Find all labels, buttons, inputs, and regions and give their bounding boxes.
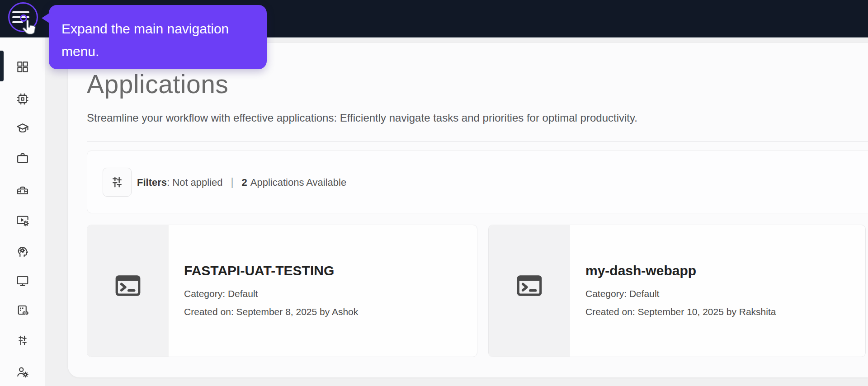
filters-label: Filters [137, 177, 167, 188]
sidebar-item-grid[interactable] [16, 60, 29, 74]
card-link-icon [16, 304, 29, 317]
app-name: my-dash-webapp [585, 263, 696, 278]
user-gear-icon [16, 365, 29, 379]
coachmark-tooltip: Expand the main navigation menu. [49, 5, 267, 69]
psychology-icon [16, 245, 29, 258]
sidebar-item-video-settings[interactable] [16, 213, 29, 227]
filters-bar: Filters: Not applied | 2 Applications Av… [87, 151, 868, 213]
active-item-indicator [0, 51, 4, 81]
page-title: Applications [87, 69, 228, 99]
sidebar-item-sliders[interactable] [16, 334, 29, 347]
filter-sliders-icon[interactable] [103, 168, 132, 197]
page-subtitle: Streamline your workflow with effective … [87, 112, 637, 124]
filters-separator: | [231, 176, 234, 188]
sidebar-item-user-gear[interactable] [16, 365, 29, 379]
app-icon-panel [489, 225, 570, 357]
app-name: FASTAPI-UAT-TESTING [184, 263, 334, 278]
sidebar-item-chip[interactable] [16, 92, 29, 106]
terminal-icon [514, 271, 544, 301]
application-card[interactable]: FASTAPI-UAT-TESTINGCategory: DefaultCrea… [87, 225, 477, 357]
sidebar-item-psychology[interactable] [16, 245, 29, 258]
sidebar-item-monitor[interactable] [16, 274, 29, 287]
filters-status: : Not applied [167, 177, 223, 188]
application-card[interactable]: my-dash-webappCategory: DefaultCreated o… [488, 225, 866, 357]
sidebar-item-card-link[interactable] [16, 304, 29, 317]
main-content-panel: Applications Streamline your workflow wi… [68, 43, 868, 377]
graduation-cap-icon [16, 122, 29, 135]
sidebar-item-briefcase[interactable] [16, 151, 29, 165]
app-created: Created on: September 10, 2025 by Rakshi… [585, 306, 776, 317]
applications-count-label: Applications Available [250, 177, 346, 188]
app-icon-panel [87, 225, 169, 357]
coachmark-text: Expand the main navigation menu. [61, 21, 229, 59]
terminal-icon [113, 271, 143, 301]
applications-count: 2 [242, 177, 247, 188]
header-divider [87, 141, 868, 142]
hamburger-menu-icon[interactable] [12, 11, 32, 26]
app-created: Created on: September 8, 2025 by Ashok [184, 306, 358, 317]
briefcase-icon [16, 151, 29, 165]
left-icon-sidebar [0, 38, 45, 386]
sidebar-item-toolbox[interactable] [16, 183, 29, 197]
chip-icon [16, 92, 29, 106]
video-settings-icon [16, 213, 29, 227]
sidebar-item-graduation-cap[interactable] [16, 122, 29, 135]
app-category: Category: Default [184, 288, 258, 299]
filters-summary: Filters: Not applied | 2 Applications Av… [137, 151, 346, 214]
toolbox-icon [16, 183, 29, 197]
monitor-icon [16, 274, 29, 287]
app-category: Category: Default [585, 288, 659, 299]
sliders-icon [16, 334, 29, 347]
grid-icon [16, 60, 29, 74]
